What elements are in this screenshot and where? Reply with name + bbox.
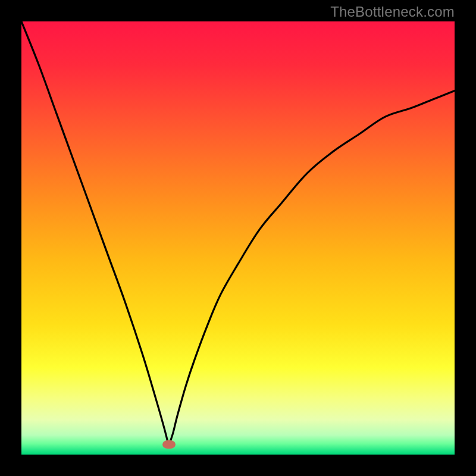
- optimal-point-marker: [162, 440, 176, 449]
- bottleneck-curve: [21, 21, 455, 455]
- watermark-text: TheBottleneck.com: [330, 4, 455, 20]
- plot-area: [21, 21, 455, 455]
- chart-frame: TheBottleneck.com: [0, 0, 476, 476]
